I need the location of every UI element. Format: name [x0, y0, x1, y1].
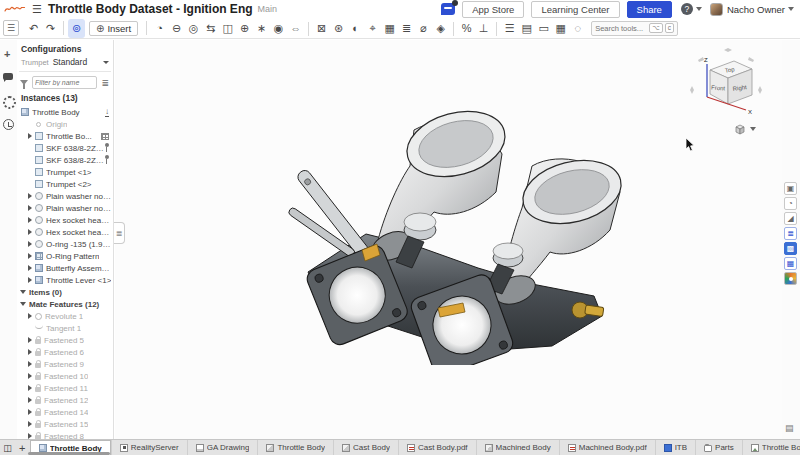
in-context-download-icon[interactable]: ↓: [105, 108, 109, 117]
document-tab[interactable]: Parts: [695, 440, 742, 455]
expand-chevron-icon[interactable]: [28, 313, 32, 319]
expand-chevron-icon[interactable]: [28, 397, 32, 403]
expand-chevron-icon[interactable]: [28, 205, 32, 211]
revolute-mate-icon[interactable]: ◎: [185, 19, 202, 38]
help-caret-icon[interactable]: [696, 7, 702, 11]
expand-chevron-icon[interactable]: [28, 193, 32, 199]
document-tab[interactable]: Throttle Body: [257, 440, 333, 455]
main-menu-icon[interactable]: ☰: [32, 3, 42, 16]
documentation-book-icon[interactable]: ▤: [785, 423, 794, 433]
instance-row[interactable]: SKF 638/8-2Z ...: [19, 154, 113, 166]
history-clock-icon[interactable]: [0, 116, 17, 132]
3d-viewport[interactable]: Top Front Right Z X: [115, 40, 782, 439]
measure-icon[interactable]: ⌀: [415, 19, 432, 38]
mate-feature-row[interactable]: Fastened 9: [19, 358, 113, 370]
instance-row[interactable]: Origin: [19, 118, 113, 130]
undo-icon[interactable]: ↶: [25, 19, 42, 38]
find-icon[interactable]: ◌: [569, 19, 586, 38]
anchor-icon[interactable]: ⊥: [475, 19, 492, 38]
instance-row[interactable]: O-ring -135 (1.925 x 0...: [19, 238, 113, 250]
stamp-icon[interactable]: ☰: [501, 19, 518, 38]
fastened-mate-icon[interactable]: ⊖: [168, 19, 185, 38]
view-cube[interactable]: Top Front Right Z X: [688, 48, 764, 122]
workspace-name[interactable]: Main: [258, 4, 278, 14]
search-tools-box[interactable]: ⌥ c: [591, 21, 678, 36]
document-tab[interactable]: Machined Body: [476, 440, 559, 455]
parallel-mate-icon[interactable]: ⇔: [287, 19, 304, 38]
tab-manager-icon[interactable]: ◫: [0, 440, 15, 455]
named-positions-icon[interactable]: ⌖: [364, 19, 381, 38]
pin-slot-mate-icon[interactable]: ∗: [253, 19, 270, 38]
config-caret-icon[interactable]: [103, 61, 109, 64]
expand-chevron-icon[interactable]: [28, 337, 32, 343]
panel-resize-handle[interactable]: ≣: [114, 222, 125, 244]
comments-panel-icon[interactable]: [0, 70, 17, 86]
expand-chevron-icon[interactable]: [28, 361, 32, 367]
expand-chevron-icon[interactable]: [28, 217, 32, 223]
layers-icon[interactable]: ▤: [518, 19, 535, 38]
pin-badge-icon[interactable]: [104, 155, 109, 165]
redo-icon[interactable]: ↷: [42, 19, 59, 38]
document-tab[interactable]: RealityServer: [111, 440, 187, 455]
share-button[interactable]: Share: [627, 1, 672, 18]
edit-panel-icon[interactable]: ◢: [784, 212, 797, 225]
document-tab[interactable]: ITB: [655, 440, 695, 455]
drawer-icon[interactable]: ▭: [535, 19, 552, 38]
expand-chevron-icon[interactable]: [28, 421, 32, 427]
instance-row[interactable]: Throttle Lever <1>: [19, 274, 113, 286]
document-tab[interactable]: Throttle Body Renderin...: [742, 440, 800, 455]
display-states-icon[interactable]: ◐: [347, 19, 364, 38]
slider-mate-icon[interactable]: ⇆: [202, 19, 219, 38]
mate-feature-row[interactable]: Revolute 1: [19, 310, 113, 322]
configuration-row[interactable]: Trumpet Standard: [21, 57, 113, 67]
expand-chevron-icon[interactable]: [28, 253, 32, 259]
instance-row[interactable]: Hex socket head cap s...: [19, 214, 113, 226]
mate-feature-row[interactable]: Fastened 12: [19, 394, 113, 406]
assembly-tree-toggle[interactable]: ☰: [3, 20, 19, 36]
calendar-app-icon[interactable]: ▦: [784, 257, 797, 270]
learning-center-button[interactable]: Learning Center: [531, 1, 619, 18]
expand-chevron-icon[interactable]: [28, 409, 32, 415]
filter-input[interactable]: [32, 76, 97, 89]
instance-row[interactable]: SKF 638/8-2Z ...: [19, 142, 113, 154]
appearance-icon[interactable]: ◈: [432, 19, 449, 38]
mate-feature-row[interactable]: Fastened 11: [19, 382, 113, 394]
instance-row[interactable]: Trumpet <1>: [19, 166, 113, 178]
assembly-root-row[interactable]: Throttle Body ↓: [19, 106, 113, 118]
instance-row[interactable]: Plain washer normal g...: [19, 190, 113, 202]
select-tool-icon[interactable]: ⊚: [68, 19, 85, 38]
document-tab[interactable]: Cast Body: [333, 440, 398, 455]
grid-badge-icon[interactable]: [101, 133, 109, 140]
view-options-caret-icon[interactable]: [750, 127, 756, 131]
cylindrical-mate-icon[interactable]: ⊕: [236, 19, 253, 38]
mate-feature-row[interactable]: Fastened 14: [19, 406, 113, 418]
mate-features-header[interactable]: Mate Features (12): [19, 298, 113, 310]
instance-row[interactable]: Hex socket head cap s...: [19, 226, 113, 238]
sheet-icon[interactable]: ▦: [552, 19, 569, 38]
collapse-chevron[interactable]: [20, 302, 26, 306]
user-avatar[interactable]: [710, 3, 723, 16]
user-name[interactable]: Nacho Owner: [727, 4, 785, 15]
collapse-chevron[interactable]: [20, 290, 26, 294]
expand-chevron-icon[interactable]: [28, 229, 32, 235]
settings-gear-icon[interactable]: [0, 93, 17, 109]
expand-chevron-icon[interactable]: [28, 277, 32, 283]
cube-face-front[interactable]: Front: [711, 85, 726, 92]
instance-row[interactable]: Plain washer normal g...: [19, 202, 113, 214]
bom-panel-icon[interactable]: ▣: [784, 182, 797, 195]
lifecycle-app-icon[interactable]: [784, 272, 797, 285]
help-icon[interactable]: ?: [681, 3, 693, 15]
instance-row[interactable]: Throttle Bo...: [19, 130, 113, 142]
list-options-icon[interactable]: ≣: [101, 78, 109, 88]
expand-chevron-icon[interactable]: [28, 133, 32, 139]
bom-icon[interactable]: ≣: [398, 19, 415, 38]
integration-app-icon[interactable]: ▩: [784, 242, 797, 255]
mate-feature-row[interactable]: Fastened 5: [19, 334, 113, 346]
instance-row[interactable]: O-Ring Pattern: [19, 250, 113, 262]
ball-mate-icon[interactable]: ◉: [270, 19, 287, 38]
pin-badge-icon[interactable]: [104, 143, 109, 153]
expand-chevron-icon[interactable]: [28, 349, 32, 355]
mate-feature-row[interactable]: Fastened 15: [19, 418, 113, 430]
mate-feature-row[interactable]: Tangent 1: [19, 322, 113, 334]
items-section-header[interactable]: Items (0): [19, 286, 113, 298]
